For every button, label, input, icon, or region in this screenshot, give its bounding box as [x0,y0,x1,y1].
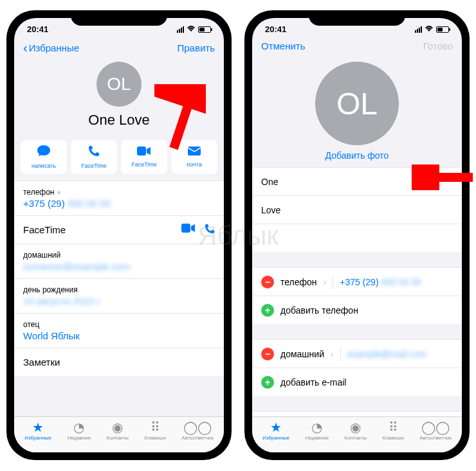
message-icon [37,145,50,160]
home-label: домашний [23,251,215,260]
contact-name: One Love [88,112,149,129]
person-icon: ◉ [112,421,123,434]
wifi-icon [187,24,196,34]
cellular-icon [177,26,184,33]
avatar[interactable]: OL [315,62,399,145]
message-button[interactable]: написать [21,140,67,174]
phone-frame-right: 20:41 Отменить Готово OL Добавить фото O… [244,10,470,460]
voicemail-icon: ◯◯ [421,421,450,434]
tab-favorites[interactable]: ★Избранные [24,421,51,441]
notes-label: Заметки [23,357,215,368]
cellular-icon [415,26,422,33]
profile-header: OL Добавить фото [252,54,462,167]
annotation-arrow [154,84,206,155]
ringtone-row[interactable]: Рингтон По умолчанию › [252,411,462,416]
section-gap [252,396,462,411]
company-field[interactable] [252,224,462,252]
action-label: FaceTime [131,161,157,168]
tab-voicemail[interactable]: ◯◯Автоответчик [419,421,452,441]
star-icon: ★ [270,421,282,434]
status-indicators [415,24,449,34]
phone-frame-left: 20:41 ‹ Избранные Править OL One Love [6,10,232,460]
action-label: FaceTime [81,163,107,169]
notes-row[interactable]: Заметки [14,348,224,376]
phone-label: телефон [23,188,215,197]
nav-header: Отменить Готово [252,35,462,54]
clock-icon: ◔ [73,421,84,434]
action-label: почта [187,161,201,168]
add-icon: + [261,376,274,389]
add-email-row[interactable]: + добавить e-mail [252,368,462,396]
back-button[interactable]: ‹ Избранные [23,40,79,55]
tab-recents[interactable]: ◔Недавние [305,421,329,441]
avatar: OL [96,62,142,107]
battery-icon [198,26,211,33]
keypad-icon: ⠿ [389,421,398,434]
tab-favorites[interactable]: ★Избранные [262,421,289,441]
details-list: телефон +375 (29) 000 00 00 FaceTime дом… [14,181,224,376]
phone-section: − телефон › +375 (29) 000 00 00 + добави… [252,267,462,324]
tab-bar: ★Избранные ◔Недавние ◉Контакты ⠿Клавиши … [14,416,224,452]
notch [71,10,167,26]
section-gap [252,252,462,267]
email-value: example@mail.com [347,349,426,359]
remove-icon[interactable]: − [261,276,274,289]
cancel-label: Отменить [261,40,306,51]
add-phone-row[interactable]: + добавить телефон [252,296,462,324]
edit-button[interactable]: Править [178,42,215,53]
birthday-row[interactable]: день рождения 10 августа 2010 г. [14,278,224,313]
tab-contacts[interactable]: ◉Контакты [107,421,129,441]
facetime-label: FaceTime [23,224,66,235]
email-edit-row[interactable]: − домашний › example@mail.com [252,339,462,368]
phone-edit-row[interactable]: − телефон › +375 (29) 000 00 00 [252,267,462,296]
screen-right: 20:41 Отменить Готово OL Добавить фото O… [252,18,462,452]
video-icon[interactable] [181,224,196,236]
svg-rect-0 [137,147,146,156]
person-icon: ◉ [350,421,361,434]
keypad-icon: ⠿ [151,421,160,434]
svg-rect-2 [181,224,190,233]
status-indicators [177,24,211,34]
done-button[interactable]: Готово [423,40,453,51]
facetime-row[interactable]: FaceTime [14,215,224,244]
facetime-audio-button[interactable]: FaceTime [71,140,117,174]
father-row[interactable]: отец World Яблык [14,313,224,348]
birthday-value: 10 августа 2010 г. [23,296,215,307]
home-email-row[interactable]: домашний someone@example.com [14,244,224,278]
last-name-field[interactable]: Love [252,195,462,224]
birthday-label: день рождения [23,285,215,294]
battery-icon [436,26,449,33]
add-icon: + [261,304,274,317]
clock-icon: ◔ [311,421,322,434]
tab-keypad[interactable]: ⠿Клавиши [382,421,403,441]
tab-keypad[interactable]: ⠿Клавиши [144,421,165,441]
wifi-icon [425,24,434,34]
back-label: Избранные [29,42,79,53]
screen-left: 20:41 ‹ Избранные Править OL One Love [14,18,224,452]
facetime-icons [181,224,215,236]
phone-value: +375 (29) 000 00 00 [23,198,215,209]
annotation-arrow [412,164,476,190]
father-value: World Яблык [23,330,215,341]
status-time: 20:41 [265,24,286,34]
add-photo-button[interactable]: Добавить фото [325,150,389,161]
phone-row[interactable]: телефон +375 (29) 000 00 00 [14,181,224,215]
svg-line-3 [174,91,193,148]
action-label: написать [32,163,56,169]
star-icon: ★ [32,421,44,434]
email-section: − домашний › example@mail.com + добавить… [252,339,462,396]
tab-bar: ★Избранные ◔Недавние ◉Контакты ⠿Клавиши … [252,416,462,452]
contact-edit-content: OL Добавить фото One Love − телефон › +3… [252,54,462,416]
cancel-button[interactable]: Отменить [261,40,306,51]
phone-value: +375 (29) 000 00 00 [340,277,421,287]
tab-contacts[interactable]: ◉Контакты [345,421,367,441]
chevron-left-icon: ‹ [23,40,28,55]
section-gap [252,324,462,339]
remove-icon[interactable]: − [261,348,274,360]
phone-icon[interactable] [205,224,215,236]
tab-recents[interactable]: ◔Недавние [67,421,91,441]
nav-header: ‹ Избранные Править [14,35,224,58]
phone-icon [88,145,100,160]
tab-voicemail[interactable]: ◯◯Автоответчик [181,421,214,441]
home-value: someone@example.com [23,261,215,272]
